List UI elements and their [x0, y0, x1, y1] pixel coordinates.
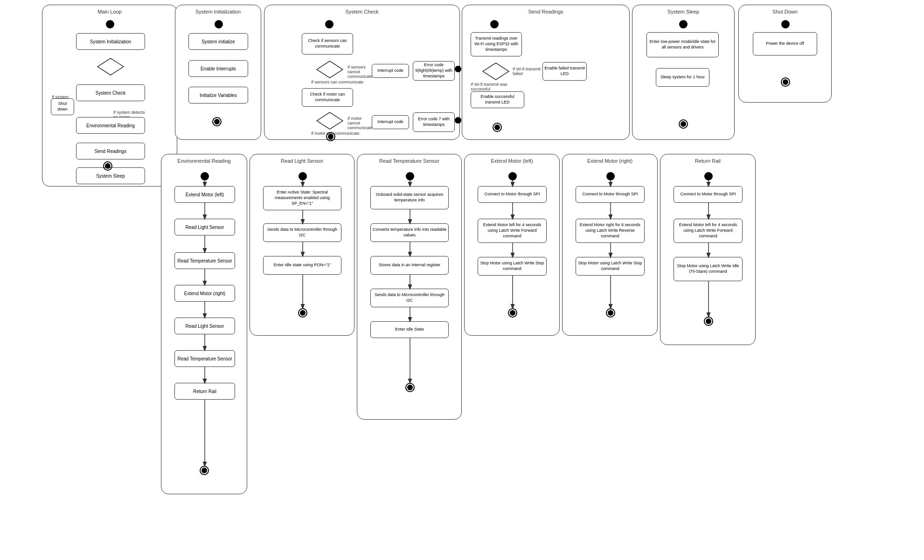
box-sends-data-i2c-1: Sends data to Microcontroller through I2… — [263, 223, 341, 242]
diamond-motor — [316, 111, 344, 130]
diamond-main — [97, 57, 125, 76]
panel-title-send-readings: Send Readings — [462, 9, 629, 14]
label-wifi-failed: If Wi-fi transmit failed — [513, 67, 541, 76]
box-sys-initialize: System initialize — [188, 33, 248, 50]
end-inner-sleep — [681, 121, 686, 127]
box-enter-idle-state: Enter Idle State — [370, 321, 449, 338]
start-node-shutdown — [781, 20, 790, 28]
panel-extend-right: Extend Motor (right) Connect to Motor th… — [562, 154, 658, 336]
label-motor-can: If motor can communicate — [311, 131, 360, 136]
end-dot-err7 — [455, 117, 461, 124]
box-sleep-1-hour: Sleep system for 1 hour — [656, 68, 709, 87]
box-connect-spi-3: Connect to Motor through SPI — [674, 186, 743, 203]
svg-marker-31 — [317, 112, 343, 129]
box-enter-idle-pon: Enter idle state using PON="1" — [263, 256, 341, 275]
panel-title-system-check: System Check — [264, 9, 459, 14]
end-inner-light — [300, 310, 306, 316]
box-enable-interrupts: Enable Interrupts — [188, 60, 248, 77]
panel-env-reading: Environmental Reading Extend Motor (left… — [161, 154, 247, 494]
start-node-sleep — [679, 20, 688, 28]
diagram-container: Main Loop System Initialization System C… — [0, 0, 924, 560]
panel-title-main-loop: Main Loop — [42, 9, 177, 14]
box-check-sensors: Check if sensors can communicate — [302, 33, 353, 55]
end-inner-syscheck — [328, 134, 333, 139]
start-node-extright — [606, 172, 615, 180]
box-error-7: Error code 7 with timestamps — [413, 112, 455, 132]
svg-marker-29 — [97, 58, 124, 75]
panel-title-extend-right: Extend Motor (right) — [563, 158, 657, 164]
label-motor-cannot: If motor cannot communicate — [347, 116, 375, 130]
box-stop-motor-idle: Stop Motor using Latch Write Idle (Tii-S… — [674, 257, 743, 281]
box-read-temp-1: Read Temperature Sensor — [174, 252, 235, 269]
box-extend-left-ret: Extend Motor left for 4 seconds using La… — [674, 219, 743, 243]
panel-title-read-temp: Read Temperature Sensor — [357, 158, 461, 164]
box-extend-left-4s: Extend Motor left for 4 seconds using La… — [478, 219, 547, 243]
panel-system-init: System Initialization System initialize … — [175, 5, 261, 140]
box-enable-failed-led: Enable failed transmit LED — [542, 62, 587, 81]
end-dot-err98 — [455, 66, 461, 72]
box-read-light-1: Read Light Sensor — [174, 219, 235, 235]
box-transmit-readings: Transmit readings over Wi-Fi using ESP32… — [471, 32, 522, 56]
end-inner-extleft — [510, 310, 515, 316]
panel-title-shut-down: Shut Down — [739, 9, 831, 14]
panel-title-env-reading: Environmental Reading — [161, 158, 247, 164]
panel-title-extend-left: Extend Motor (left) — [465, 158, 559, 164]
panel-return-rail: Return Rail Connect to Motor through SPI… — [660, 154, 756, 345]
box-connect-spi-2: Connect to Motor through SPI — [576, 186, 645, 203]
box-error-9-8: Error code 9(light)/8(temp) with timesta… — [413, 61, 455, 81]
box-enter-active-state: Enter Active State: Spectral measurement… — [263, 186, 341, 210]
end-inner-sysini — [214, 119, 220, 124]
box-send-readings-main: Send Readings — [76, 143, 145, 159]
start-node-extleft — [508, 172, 517, 180]
box-check-motor: Check if motor can communicate — [302, 88, 353, 107]
box-extend-motor-left-env: Extend Motor (left) — [174, 186, 235, 203]
box-stop-motor-right: Stop Motor using Latch Write Stop comman… — [576, 257, 645, 276]
panel-send-readings: Send Readings Transmit readings over Wi-… — [462, 5, 630, 140]
box-extend-motor-right-env: Extend Motor (right) — [174, 285, 235, 302]
end-inner-shutdown — [783, 79, 788, 85]
diamond-wifi — [482, 62, 510, 81]
box-extend-right-8s: Extend Motor right for 8 seconds using L… — [576, 219, 645, 243]
svg-marker-32 — [483, 63, 509, 80]
panel-system-sleep: System Sleep Enter low-power mode/idle s… — [632, 5, 735, 140]
start-node-sysini — [215, 20, 223, 28]
panel-shut-down: Shut Down Power the device off — [738, 5, 832, 103]
start-node-send — [490, 20, 499, 28]
box-enter-low-power: Enter low-power mode/idle state for all … — [646, 32, 719, 57]
panel-read-temp: Read Temperature Sensor Onboard solid-st… — [357, 154, 462, 420]
start-node-return — [704, 172, 713, 180]
end-inner-env — [201, 468, 207, 473]
panel-title-system-sleep: System Sleep — [632, 9, 734, 14]
box-init-variables: Initialize Variables — [188, 87, 248, 104]
box-system-sleep-main: System Sleep — [76, 167, 145, 184]
box-read-temp-2: Read Temperature Sensor — [174, 350, 235, 367]
end-inner-extright — [608, 310, 613, 316]
box-sends-data-i2c-2: Sends data to Microcontroller through I2… — [370, 289, 449, 307]
box-enable-success-led: Enable successful transmit LED — [471, 91, 524, 108]
box-return-rail-env: Return Rail — [174, 383, 235, 400]
box-system-init: System Initialization — [76, 33, 145, 50]
label-sensors-can: If sensors can communicate — [311, 80, 363, 84]
end-inner-main — [105, 163, 111, 169]
box-shut-down: Shut down — [51, 98, 74, 115]
label-wifi-success: If Wi-fi transmit was successful — [471, 82, 508, 91]
label-sensors-cannot: If sensors cannot communicate — [347, 65, 375, 79]
end-inner-return — [706, 318, 711, 324]
start-node-temp — [406, 172, 414, 180]
end-inner-send — [494, 124, 500, 130]
box-interrupt-1: Interrupt code — [372, 64, 409, 78]
box-env-reading: Environmental Reading — [76, 117, 145, 134]
box-power-off: Power the device off — [753, 32, 817, 55]
start-node-main — [106, 20, 114, 28]
box-interrupt-2: Interrupt code — [372, 115, 409, 129]
start-node-env — [201, 172, 209, 180]
box-converts-temp: Converts temperature info into readable … — [370, 223, 449, 242]
box-system-check: System Check — [76, 84, 145, 101]
panel-title-read-light: Read Light Sensor — [250, 158, 354, 164]
start-node-light — [299, 172, 307, 180]
box-stores-data: Stores data in an internal register — [370, 256, 449, 275]
box-stop-motor-left: Stop Motor using Latch Write Stop comman… — [478, 257, 547, 276]
panel-title-system-init: System Initialization — [175, 9, 261, 14]
start-node-syscheck — [325, 20, 333, 28]
end-inner-temp — [407, 385, 413, 390]
